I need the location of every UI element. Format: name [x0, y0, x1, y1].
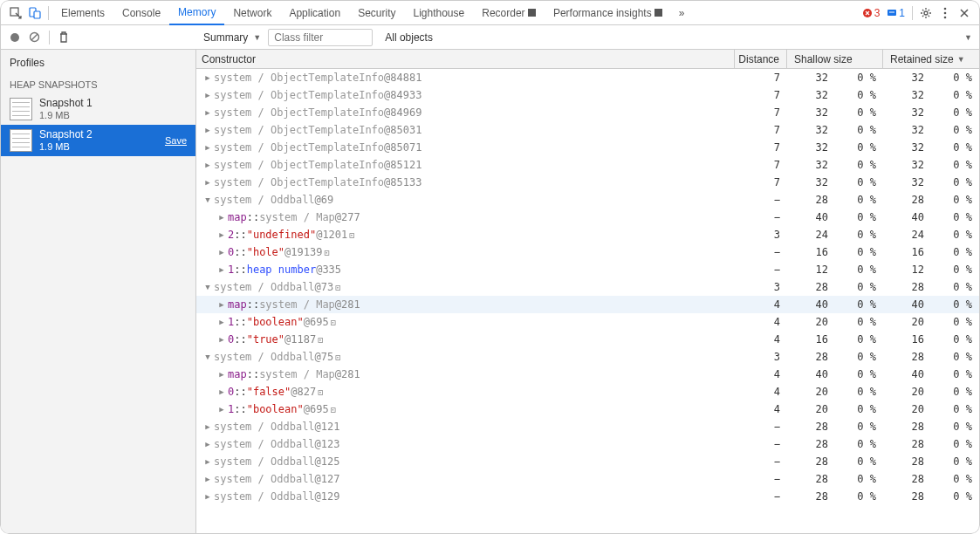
col-distance[interactable]: Distance	[735, 50, 787, 68]
table-row[interactable]: ▶system / Oddball @129−280 %280 %	[196, 488, 979, 505]
tab-recorder[interactable]: Recorder	[473, 1, 545, 25]
expand-closed-icon[interactable]: ▶	[203, 73, 212, 82]
expand-closed-icon[interactable]: ▶	[217, 213, 226, 222]
table-row[interactable]: ▶1 :: heap number @335−120 %120 %	[196, 261, 979, 278]
expand-open-icon[interactable]: ▼	[203, 195, 212, 204]
retained-cell: 400 %	[883, 211, 979, 223]
expand-closed-icon[interactable]: ▶	[203, 161, 212, 169]
more-tabs-icon[interactable]: »	[671, 7, 692, 19]
tab-elements[interactable]: Elements	[52, 1, 113, 25]
table-row[interactable]: ▶system / Oddball @121−280 %280 %	[196, 418, 979, 435]
table-row[interactable]: ▶1 :: "boolean" @695⊡4200 %200 %	[196, 400, 979, 418]
expand-closed-icon[interactable]: ▶	[217, 387, 226, 396]
expand-closed-icon[interactable]: ▶	[203, 178, 212, 187]
table-row[interactable]: ▼system / Oddball @75⊡3280 %280 %	[196, 348, 979, 366]
col-shallow[interactable]: Shallow size	[787, 50, 883, 68]
col-constructor[interactable]: Constructor	[196, 50, 735, 68]
retained-cell: 160 %	[883, 246, 979, 258]
expand-closed-icon[interactable]: ▶	[217, 265, 226, 274]
clear-icon[interactable]	[29, 31, 40, 43]
expand-closed-icon[interactable]: ▶	[203, 91, 212, 99]
kebab-menu-icon[interactable]	[935, 7, 955, 19]
message-badge[interactable]: 1	[883, 7, 908, 19]
distance-cell: 3	[735, 281, 787, 293]
shallow-cell: 280 %	[787, 281, 883, 293]
tab-memory[interactable]: Memory	[169, 1, 224, 25]
snapshot-item[interactable]: Snapshot 21.9 MB Save	[1, 125, 195, 156]
expand-open-icon[interactable]: ▼	[203, 283, 212, 291]
expand-closed-icon[interactable]: ▶	[203, 492, 212, 501]
distance-cell: 7	[735, 72, 787, 84]
objects-select[interactable]: All objects▼	[378, 29, 979, 46]
error-badge[interactable]: 3	[859, 7, 884, 19]
shallow-cell: 400 %	[787, 298, 883, 311]
expand-closed-icon[interactable]: ▶	[203, 440, 212, 448]
close-icon[interactable]	[955, 8, 974, 18]
expand-closed-icon[interactable]: ▶	[203, 126, 212, 134]
table-row[interactable]: ▶system / ObjectTemplateInfo @850317320 …	[196, 121, 979, 139]
table-row[interactable]: ▶0 :: "hole" @19139⊡−160 %160 %	[196, 243, 979, 261]
expand-closed-icon[interactable]: ▶	[217, 318, 226, 326]
col-retained[interactable]: Retained size▼	[883, 50, 979, 68]
tab-performance[interactable]: Performance insights	[545, 1, 671, 25]
tab-console[interactable]: Console	[113, 1, 169, 25]
inspect-icon[interactable]	[6, 7, 25, 19]
expand-closed-icon[interactable]: ▶	[203, 108, 212, 117]
table-row[interactable]: ▶system / ObjectTemplateInfo @850717320 …	[196, 139, 979, 156]
snapshot-thumb-icon	[10, 98, 32, 120]
table-row[interactable]: ▶system / Oddball @127−280 %280 %	[196, 470, 979, 488]
distance-cell: −	[735, 421, 787, 433]
retained-cell: 200 %	[883, 403, 979, 415]
expand-closed-icon[interactable]: ▶	[217, 300, 226, 309]
record-icon[interactable]	[10, 32, 20, 43]
table-body[interactable]: ▶system / ObjectTemplateInfo @848817320 …	[196, 69, 979, 533]
view-select[interactable]: Summary▼	[196, 29, 268, 46]
table-row[interactable]: ▶system / Oddball @125−280 %280 %	[196, 453, 979, 470]
table-row[interactable]: ▶map :: system / Map @2814400 %400 %	[196, 296, 979, 313]
expand-closed-icon[interactable]: ▶	[217, 370, 226, 379]
gear-icon[interactable]	[916, 7, 935, 19]
expand-closed-icon[interactable]: ▶	[203, 475, 212, 483]
tab-security[interactable]: Security	[349, 1, 404, 25]
shallow-cell: 400 %	[787, 368, 883, 380]
shallow-cell: 160 %	[787, 246, 883, 258]
table-row[interactable]: ▶system / ObjectTemplateInfo @848817320 …	[196, 69, 979, 86]
table-row[interactable]: ▶system / ObjectTemplateInfo @849697320 …	[196, 104, 979, 121]
class-filter-input[interactable]	[268, 29, 373, 46]
tab-network[interactable]: Network	[224, 1, 280, 25]
expand-closed-icon[interactable]: ▶	[217, 248, 226, 257]
table-row[interactable]: ▶system / Oddball @123−280 %280 %	[196, 435, 979, 453]
distance-cell: 7	[735, 124, 787, 136]
svg-point-7	[924, 11, 928, 15]
shallow-cell: 200 %	[787, 316, 883, 328]
expand-closed-icon[interactable]: ▶	[217, 335, 226, 344]
trash-icon[interactable]	[58, 31, 69, 43]
table-row[interactable]: ▼system / Oddball @73⊡3280 %280 %	[196, 278, 979, 296]
heap-table: Constructor Distance Shallow size Retain…	[196, 50, 979, 533]
tab-application[interactable]: Application	[280, 1, 349, 25]
expand-closed-icon[interactable]: ▶	[217, 405, 226, 414]
expand-open-icon[interactable]: ▼	[203, 353, 212, 361]
retained-cell: 280 %	[883, 490, 979, 503]
table-row[interactable]: ▶map :: system / Map @2814400 %400 %	[196, 366, 979, 383]
table-row[interactable]: ▶0 :: "false" @827⊡4200 %200 %	[196, 383, 979, 400]
table-row[interactable]: ▶system / ObjectTemplateInfo @851217320 …	[196, 156, 979, 174]
device-toggle-icon[interactable]	[25, 7, 45, 19]
expand-closed-icon[interactable]: ▶	[217, 230, 226, 239]
expand-closed-icon[interactable]: ▶	[203, 457, 212, 466]
expand-closed-icon[interactable]: ▶	[203, 143, 212, 152]
table-row[interactable]: ▶0 :: "true" @1187⊡4160 %160 %	[196, 331, 979, 348]
table-row[interactable]: ▶system / ObjectTemplateInfo @851337320 …	[196, 174, 979, 191]
shallow-cell: 280 %	[787, 455, 883, 468]
separator	[49, 31, 50, 44]
separator	[912, 6, 913, 20]
save-link[interactable]: Save	[165, 135, 187, 146]
tab-lighthouse[interactable]: Lighthouse	[405, 1, 474, 25]
table-row[interactable]: ▼system / Oddball @69−280 %280 %	[196, 191, 979, 209]
expand-closed-icon[interactable]: ▶	[203, 422, 212, 431]
table-row[interactable]: ▶2 :: "undefined" @1201⊡3240 %240 %	[196, 226, 979, 243]
snapshot-item[interactable]: Snapshot 11.9 MB	[1, 93, 195, 125]
table-row[interactable]: ▶1 :: "boolean" @695⊡4200 %200 %	[196, 313, 979, 331]
table-row[interactable]: ▶system / ObjectTemplateInfo @849337320 …	[196, 86, 979, 104]
table-row[interactable]: ▶map :: system / Map @277−400 %400 %	[196, 209, 979, 226]
